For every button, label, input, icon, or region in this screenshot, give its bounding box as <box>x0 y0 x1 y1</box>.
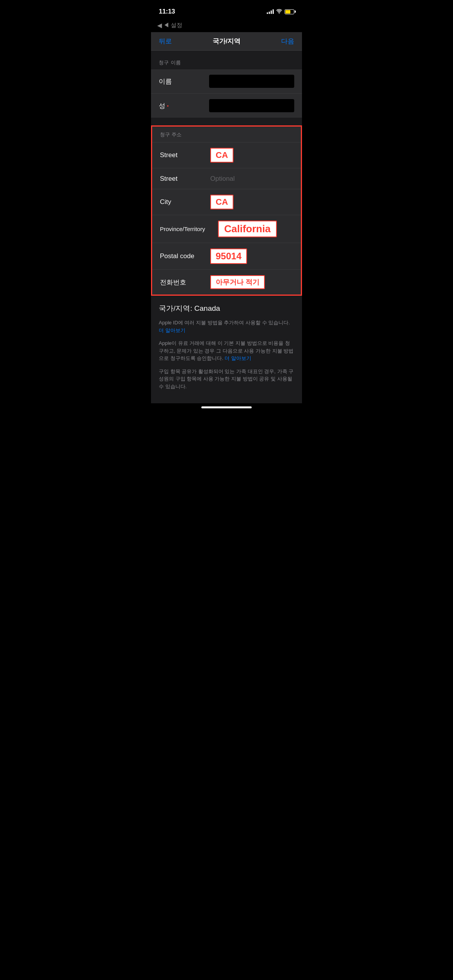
first-name-row: 이름 <box>151 69 302 94</box>
street2-placeholder[interactable]: Optional <box>210 175 235 183</box>
back-area: ◀ ◀ 설정 <box>151 20 302 32</box>
billing-name-header: 청구 이름 <box>151 51 302 69</box>
last-name-value[interactable] <box>209 99 294 112</box>
phone-value[interactable]: 아무거나 적기 <box>210 275 265 289</box>
postal-row: Postal code 95014 <box>152 243 301 270</box>
home-indicator <box>151 403 302 411</box>
street1-row: Street CA <box>152 142 301 168</box>
back-arrow-icon: ◀ <box>157 22 162 29</box>
city-label: City <box>160 198 210 206</box>
info-text-3: 구입 항목 공유가 활성화되어 있는 가족 대표인 경우, 가족 구성원의 구입… <box>159 368 294 391</box>
wifi-icon <box>276 9 282 15</box>
phone-label: 전화번호 <box>160 278 210 287</box>
phone-row: 전화번호 아무거나 적기 <box>152 270 301 295</box>
province-value[interactable]: California <box>218 221 277 237</box>
billing-name-section: 청구 이름 이름 성 ● <box>151 51 302 118</box>
last-name-label: 성 ● <box>159 101 209 110</box>
country-section: 국가/지역: Canada <box>151 296 302 319</box>
postal-label: Postal code <box>160 252 210 260</box>
home-bar <box>201 406 252 408</box>
settings-back-label: ◀ ◀ 설정 <box>157 22 296 29</box>
nav-title: 국가/지역 <box>213 37 241 46</box>
battery-icon <box>285 9 294 14</box>
nav-next-button[interactable]: 다음 <box>281 37 294 46</box>
nav-back-button[interactable]: 뒤로 <box>159 37 172 46</box>
info-link-1[interactable]: 더 알아보기 <box>159 327 185 333</box>
city-value[interactable]: CA <box>210 195 233 209</box>
street2-row: Street Optional <box>152 168 301 189</box>
status-time: 11:13 <box>159 8 175 15</box>
province-label: Province/Territory <box>160 226 218 232</box>
info-text-1: Apple ID에 여러 지불 방법을 추가하여 사용할 수 있습니다. 더 알… <box>159 319 294 334</box>
street1-label: Street <box>160 151 210 159</box>
status-icons <box>267 9 294 15</box>
street1-value[interactable]: CA <box>210 148 233 163</box>
signal-icon <box>267 9 274 14</box>
province-row: Province/Territory California <box>152 215 301 243</box>
info-section: Apple ID에 여러 지불 방법을 추가하여 사용할 수 있습니다. 더 알… <box>151 319 302 403</box>
city-row: City CA <box>152 189 301 215</box>
street2-label: Street <box>160 175 210 183</box>
postal-value[interactable]: 95014 <box>210 248 247 264</box>
info-link-2[interactable]: 더 알아보기 <box>225 355 251 361</box>
last-name-row: 성 ● <box>151 94 302 118</box>
status-bar: 11:13 <box>151 0 302 20</box>
billing-address-section: 청구 주소 Street CA Street Optional City CA … <box>151 125 302 296</box>
required-dot: ● <box>167 104 169 108</box>
billing-address-header: 청구 주소 <box>152 127 301 142</box>
section-divider <box>151 118 302 125</box>
info-text-2: Apple이 유료 거래에 대해 이 기본 지불 방법으로 비용을 청구하고, … <box>159 339 294 362</box>
first-name-value[interactable] <box>209 75 294 88</box>
country-title: 국가/지역: Canada <box>159 303 294 314</box>
nav-header: 뒤로 국가/지역 다음 <box>151 32 302 51</box>
first-name-label: 이름 <box>159 77 209 86</box>
